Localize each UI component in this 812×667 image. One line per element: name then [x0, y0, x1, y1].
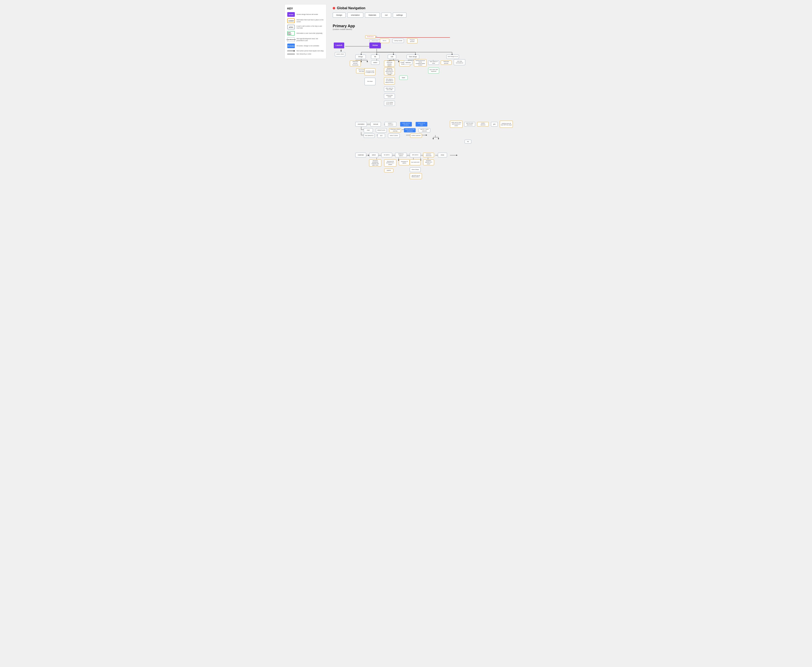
node-confirm-sel2[interactable]: confirm selection — [410, 134, 422, 138]
node-axis[interactable]: Axis (default 0) — [364, 134, 375, 138]
node-showcase-full-preview[interactable]: showcase full preview for tip + graphic — [384, 159, 396, 166]
key-item-action: action A user's call to action or the st… — [287, 25, 324, 29]
node-materials[interactable]: materials — [355, 153, 366, 157]
node-custom-check[interactable]: custom check — [335, 52, 345, 56]
app-title: Primary App — [333, 24, 527, 28]
nav-item-settings[interactable]: settings — [393, 13, 406, 18]
node-errors[interactable]: Errors — [380, 39, 389, 43]
arrow-next-desc: Next action (arrow head equals next step… — [297, 50, 324, 52]
node-edit[interactable]: edit — [388, 55, 396, 59]
node-close[interactable]: close — [438, 153, 447, 157]
app-subtitle: (custom mobile device) — [333, 28, 527, 30]
node-wait-point[interactable]: wait for point placement — [464, 122, 475, 126]
user-input-desc: Information a user must enter physically — [297, 32, 322, 34]
node-orientation[interactable]: orientation — [355, 122, 367, 126]
node-display-perms[interactable]: this shape — [365, 78, 375, 85]
canvas: KEY screen Screen design that we will re… — [280, 0, 532, 209]
nav-item-design[interactable]: Design — [333, 13, 346, 18]
logic-desc: Site logic/development need. Not present… — [297, 38, 324, 41]
node-save-design[interactable]: Save design — [407, 55, 419, 59]
node-showcase-preview-thumbnails[interactable]: showcase preview thumbnails — [350, 61, 361, 66]
key-panel: KEY screen Screen design that we will re… — [285, 4, 326, 59]
node-showcase-preview[interactable]: showcase preview — [441, 61, 452, 65]
key-arrow-hierarchy: Item hierarchy or order — [287, 53, 324, 55]
node-svg-details[interactable]: SVG details is an example of editing fun… — [384, 77, 395, 85]
global-nav-section: Global Navigation Design orientation Mat… — [333, 6, 527, 18]
node-must-select-both[interactable]: must select both — [410, 159, 421, 165]
arrow-hierarchy-desc: Item hierarchy or order — [297, 53, 312, 55]
node-machine-issue[interactable]: machine issue will have NOT this shape — [500, 121, 513, 128]
node-showcase-unlock[interactable]: showcase unlock warning — [389, 128, 401, 133]
arrow-next-icon — [287, 51, 295, 51]
node-tip-options[interactable]: tip options — [381, 153, 392, 157]
nav-item-cut[interactable]: cut — [381, 13, 391, 18]
node-select[interactable]: select — [371, 61, 379, 65]
key-item-ios: OS Action OS action. Design is not contr… — [287, 43, 324, 48]
node-showcase-specific[interactable]: showcase specific data editing fields fo… — [384, 68, 395, 75]
node-showcase-inside[interactable]: showcase inside is outside to user — [365, 68, 375, 75]
node-thickness-options[interactable]: thickness options — [395, 153, 407, 157]
node-send-design[interactable]: send design to cut — [446, 55, 459, 59]
node-origin[interactable]: origin — [364, 128, 373, 133]
node-shane-change[interactable]: shane change — [410, 168, 421, 172]
node-move-arm[interactable]: move arm to origin — [416, 122, 428, 126]
node-clamp-arm[interactable]: clamp arm to the workspace — [404, 128, 416, 133]
flow-container: Notifications — [333, 34, 534, 193]
key-item-logic: Logic/Backend Site logic/development nee… — [287, 37, 324, 42]
screen-desc: Screen design that we will render — [297, 13, 318, 15]
arrow-hierarchy-icon — [287, 54, 295, 54]
node-select2[interactable]: select — [369, 153, 378, 157]
node-type-name[interactable]: type name with keyboard — [428, 68, 439, 73]
node-utility-switch[interactable]: utility switch for lock vs MM — [384, 86, 395, 91]
node-share-items: Share items — [370, 40, 381, 42]
node-save-name[interactable]: save name on drive — [428, 61, 439, 65]
node-notify-clamping[interactable]: notify user for clamping — [400, 122, 412, 126]
nav-item-orientation[interactable]: orientation — [347, 13, 363, 18]
ios-box: OS Action — [287, 43, 295, 48]
main-content: Global Navigation Design orientation Mat… — [333, 4, 527, 193]
node-xy[interactable]: X/Y — [378, 134, 385, 138]
global-nav-header: Global Navigation — [333, 6, 527, 10]
global-nav-items: Design orientation Materials cut setting… — [333, 13, 527, 18]
node-cutting-module[interactable]: Cutting module — [393, 39, 404, 43]
node-pressure-showcase[interactable]: pressure showcase — [423, 153, 434, 157]
global-nav-title: Global Navigation — [337, 6, 365, 10]
node-showcase-10[interactable]: showcase 10 options — [399, 159, 410, 165]
node-launch[interactable]: Launch — [334, 43, 344, 48]
node-dropdown-selection[interactable]: dropdown selection on 8 areas? — [423, 159, 434, 165]
key-arrow-next: Next action (arrow head equals next step… — [287, 50, 324, 52]
nav-dot — [333, 7, 335, 10]
node-yes[interactable]: yes — [491, 122, 498, 126]
node-save[interactable]: Save — [399, 76, 408, 80]
node-send-as[interactable]: send as — [404, 61, 412, 65]
node-graphic[interactable]: graphic — [384, 169, 393, 173]
key-item-screen: screen Screen design that we will render — [287, 12, 324, 17]
node-system-unlocked[interactable]: system + unlocked — [384, 122, 396, 126]
node-no[interactable]: no — [465, 140, 471, 143]
node-panel-editable[interactable]: panel to showcase editable options — [384, 61, 395, 66]
node-home[interactable]: Home — [370, 43, 381, 48]
node-cutting-mode[interactable]: cutting mode, outside — [384, 94, 395, 99]
key-item-content: content Information that must have a pla… — [287, 18, 324, 23]
node-meeting-showcase[interactable]: meeting showcase for file completion/upd… — [414, 59, 426, 66]
action-box: action — [287, 25, 295, 29]
node-progress-process[interactable]: Progress process — [407, 38, 418, 43]
nav-item-materials[interactable]: Materials — [365, 13, 380, 18]
notif-label: Notifications — [365, 35, 376, 38]
node-file[interactable]: file — [371, 55, 379, 59]
node-next-step[interactable]: next step (orientations) — [454, 59, 465, 65]
node-edit-scfv[interactable]: edit SCFV tip and thickness (this is... — [410, 173, 422, 179]
node-plus-minus[interactable]: +/- for number based values — [384, 101, 395, 106]
node-wait-1-point[interactable]: wait for 1 point selection — [419, 128, 430, 133]
key-item-user-input: user input Information a user must enter… — [287, 31, 324, 36]
node-design[interactable]: Design — [355, 55, 366, 59]
node-edit-options[interactable]: edit options — [410, 153, 421, 157]
node-default-6-point[interactable]: default 6 point — [376, 128, 387, 133]
key-title: KEY — [287, 7, 324, 10]
node-notify-show-print[interactable]: notify user by show print by press on sc… — [450, 121, 462, 128]
action-desc: A user's call to action or the step a us… — [297, 25, 324, 29]
node-select-2[interactable]: select 2 points — [388, 134, 400, 138]
node-manual[interactable]: manual — [370, 122, 381, 126]
node-showcase-preselected[interactable]: showcase preselected materials (one opti… — [369, 159, 381, 166]
node-confirm-sel[interactable]: confirm selection — [477, 122, 489, 126]
